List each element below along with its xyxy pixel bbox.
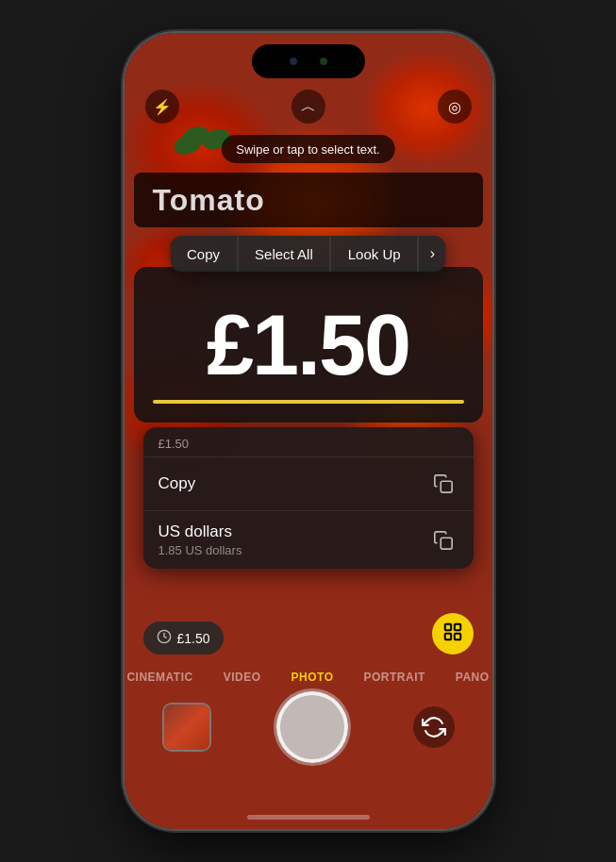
context-select-all-button[interactable]: Select All [238,237,331,272]
svg-rect-1 [441,538,452,549]
thumb-image [164,705,209,750]
dropdown-usdollars-label-group: US dollars 1.85 US dollars [158,522,242,557]
live-scan-icon [442,622,463,647]
di-sensor [290,58,297,65]
camera-controls [125,691,492,763]
context-menu: Copy Select All Look Up › [170,236,446,272]
dropdown-copy-icon [428,469,458,499]
dropdown-usdollars-sublabel: 1.85 US dollars [158,543,242,557]
context-look-up-button[interactable]: Look Up [331,237,419,272]
live-text-badge-label: £1.50 [177,631,210,646]
mode-pano[interactable]: PANO [441,665,492,689]
tomato-sign: Tomato [134,173,483,227]
dropdown-copy-row[interactable]: Copy [143,456,474,510]
phone-frame: ⚡ ︿ ◎ Swipe or tap to select text. Tomat… [125,33,492,829]
price-text: £1.50 [207,303,409,388]
price-panel: £1.50 [134,267,483,423]
screen: ⚡ ︿ ◎ Swipe or tap to select text. Tomat… [125,33,492,829]
hint-text: Swipe or tap to select text. [236,142,379,157]
price-underline [153,400,464,404]
record-icon: ◎ [448,98,461,116]
hint-bar: Swipe or tap to select text. [221,135,394,163]
live-text-icon [157,629,172,647]
chevron-up-button[interactable]: ︿ [291,90,325,124]
tomato-sign-text: Tomato [153,183,265,218]
camera-top-bar: ⚡ ︿ ◎ [125,90,492,124]
rotate-camera-button[interactable] [413,706,455,748]
record-button[interactable]: ◎ [438,90,472,124]
mode-video[interactable]: VIDEO [208,665,276,689]
shutter-button[interactable] [276,691,348,763]
mode-photo[interactable]: PHOTO [276,665,349,689]
dropdown-usdollars-row[interactable]: US dollars 1.85 US dollars [143,510,474,569]
dropdown-usdollars-icon [428,525,458,555]
camera-modes-bar: CINEMATIC VIDEO PHOTO PORTRAIT PANO [125,665,492,689]
live-text-badge[interactable]: £1.50 [143,622,224,655]
thumbnail-preview[interactable] [162,703,211,752]
mode-portrait[interactable]: PORTRAIT [348,665,440,689]
live-scan-button[interactable] [432,613,474,655]
svg-rect-4 [444,633,450,638]
dropdown-header: £1.50 [143,427,474,456]
flash-button[interactable]: ⚡ [145,90,179,124]
svg-rect-3 [454,623,459,629]
dropdown-copy-label: Copy [158,474,196,493]
svg-rect-5 [454,633,459,638]
dropdown-usdollars-label: US dollars [158,522,242,541]
dropdown-copy-label-group: Copy [158,474,196,493]
home-indicator [247,815,370,820]
dynamic-island [252,44,365,78]
flash-icon: ⚡ [153,98,172,116]
dropdown-panel: £1.50 Copy US dollars 1.85 US dollars [143,427,474,569]
chevron-up-icon: ︿ [301,97,316,117]
mode-cinematic[interactable]: CINEMATIC [125,665,208,689]
context-more-button[interactable]: › [419,236,446,272]
context-copy-button[interactable]: Copy [170,237,238,272]
svg-rect-0 [441,481,452,492]
svg-rect-2 [444,623,450,629]
di-camera [320,58,327,65]
